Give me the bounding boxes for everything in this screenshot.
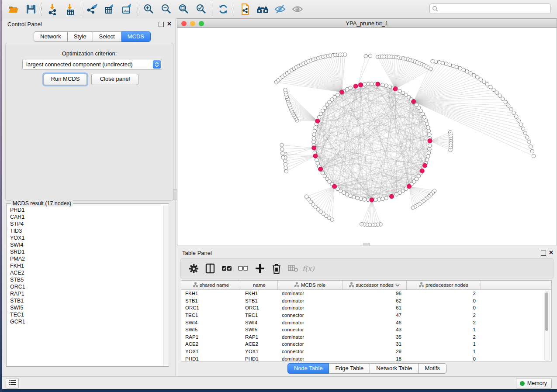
mcds-result-item[interactable]: STP4 xyxy=(7,220,163,227)
table-row[interactable]: RAP1RAP1dominator352 xyxy=(181,334,551,341)
column-header-MCDS-role[interactable]: MCDS role xyxy=(278,281,343,289)
cell-name[interactable]: FKH1 xyxy=(241,291,278,296)
column-header-shared-name[interactable]: shared name xyxy=(181,281,241,289)
close-panel-button[interactable]: Close panel xyxy=(91,74,138,85)
table-tab-network-table[interactable]: Network Table xyxy=(370,363,419,374)
cell-mcds_role[interactable]: connector xyxy=(278,313,343,318)
mcds-result-item[interactable]: SWI5 xyxy=(7,304,163,311)
settings-gear-icon[interactable] xyxy=(185,261,202,276)
cell-successor_nodes[interactable]: 31 xyxy=(343,341,407,347)
mcds-result-item[interactable]: PMA2 xyxy=(7,255,163,262)
export-table-icon[interactable] xyxy=(101,2,118,16)
cell-successor_nodes[interactable]: 29 xyxy=(343,349,407,354)
table-row[interactable]: YOX1YOX1connector291 xyxy=(181,348,551,355)
mcds-result-item[interactable]: ACE2 xyxy=(7,269,163,276)
table-tab-node-table[interactable]: Node Table xyxy=(287,363,329,374)
mcds-result-item[interactable]: STB1 xyxy=(7,297,163,304)
mcds-result-item[interactable]: TID3 xyxy=(7,227,163,234)
save-session-icon[interactable] xyxy=(22,2,40,16)
cell-successor_nodes[interactable]: 96 xyxy=(343,291,407,296)
binoculars-icon[interactable] xyxy=(254,2,271,16)
cell-predecessor_nodes[interactable]: 2 xyxy=(407,313,481,318)
task-history-button[interactable] xyxy=(6,378,19,389)
mcds-result-item[interactable]: STB5 xyxy=(7,276,163,283)
zoom-selected-icon[interactable] xyxy=(193,2,210,16)
mcds-result-item[interactable]: YOX1 xyxy=(7,234,163,241)
table-row[interactable]: FKH1FKH1dominator962 xyxy=(181,290,551,297)
cell-shared_name[interactable]: SWI4 xyxy=(181,320,241,325)
column-header-predecessor-nodes[interactable]: predecessor nodes xyxy=(407,281,481,289)
mcds-list-scrollbar[interactable] xyxy=(163,205,168,365)
cell-predecessor_nodes[interactable]: 0 xyxy=(407,298,481,303)
cell-name[interactable]: YOX1 xyxy=(241,349,278,354)
hide-graphics-icon[interactable] xyxy=(271,2,289,16)
cell-name[interactable]: PHD1 xyxy=(241,356,278,361)
cell-mcds_role[interactable]: connector xyxy=(278,341,343,347)
mcds-result-item[interactable]: ORC1 xyxy=(7,283,163,290)
cell-shared_name[interactable]: ORC1 xyxy=(181,305,241,310)
table-row[interactable]: PHD1PHD1dominator180 xyxy=(181,355,551,362)
cell-successor_nodes[interactable]: 35 xyxy=(343,334,407,340)
cell-shared_name[interactable]: TEC1 xyxy=(181,313,241,318)
cell-mcds_role[interactable]: dominator xyxy=(278,320,343,325)
close-table-panel-icon[interactable]: ✕ xyxy=(549,249,554,256)
cell-name[interactable]: SWI5 xyxy=(241,327,278,332)
add-column-icon[interactable] xyxy=(252,261,268,276)
zoom-fit-icon[interactable] xyxy=(175,2,193,16)
cell-name[interactable]: TEC1 xyxy=(241,313,278,318)
cell-mcds_role[interactable]: dominator xyxy=(278,291,343,296)
close-panel-icon[interactable]: ✕ xyxy=(167,21,172,27)
table-scrollbar-thumb[interactable] xyxy=(545,292,548,331)
cell-predecessor_nodes[interactable]: 1 xyxy=(407,341,481,347)
column-header-successor-nodes[interactable]: successor nodes xyxy=(343,281,407,289)
cell-mcds_role[interactable]: dominator xyxy=(278,298,343,303)
float-panel-icon[interactable] xyxy=(159,22,164,27)
import-table-icon[interactable] xyxy=(62,2,79,16)
mcds-result-item[interactable]: SWI4 xyxy=(7,241,163,248)
cell-predecessor_nodes[interactable]: 2 xyxy=(407,334,481,340)
table-tab-edge-table[interactable]: Edge Table xyxy=(329,363,370,374)
cell-predecessor_nodes[interactable]: 1 xyxy=(407,327,481,332)
file-network-icon[interactable] xyxy=(236,2,254,16)
cell-mcds_role[interactable]: connector xyxy=(278,349,343,354)
cell-mcds_role[interactable]: connector xyxy=(278,327,343,332)
column-pane-icon[interactable] xyxy=(202,261,218,276)
deselect-all-icon[interactable] xyxy=(235,261,252,276)
horizontal-splitter-handle[interactable] xyxy=(363,243,370,246)
run-mcds-button[interactable]: Run MCDS xyxy=(44,74,87,85)
cell-shared_name[interactable]: RAP1 xyxy=(181,334,241,340)
cell-shared_name[interactable]: SWI5 xyxy=(181,327,241,332)
mcds-result-item[interactable]: GCR1 xyxy=(7,318,163,325)
memory-button[interactable]: Memory xyxy=(516,378,552,389)
tab-mcds[interactable]: MCDS xyxy=(121,31,151,42)
network-window-titlebar[interactable]: YPA_prune.txt_1 xyxy=(177,18,557,28)
cell-successor_nodes[interactable]: 61 xyxy=(343,305,407,310)
delete-column-icon[interactable] xyxy=(268,261,285,276)
cell-successor_nodes[interactable]: 43 xyxy=(343,327,407,332)
select-all-icon[interactable] xyxy=(218,261,235,276)
table-row[interactable]: ACE2ACE2connector311 xyxy=(181,340,551,348)
tab-select[interactable]: Select xyxy=(93,31,121,42)
table-row[interactable]: TEC1TEC1connector472 xyxy=(181,312,551,319)
mcds-result-item[interactable]: TEC1 xyxy=(7,311,163,318)
float-table-panel-icon[interactable] xyxy=(541,251,546,256)
table-row[interactable]: ORC1ORC1dominator610 xyxy=(181,304,551,312)
cell-shared_name[interactable]: ACE2 xyxy=(181,341,241,347)
table-row[interactable]: SWI4SWI4dominator462 xyxy=(181,319,551,326)
mcds-result-item[interactable]: PHD1 xyxy=(7,206,163,213)
tab-style[interactable]: Style xyxy=(68,31,93,42)
cell-shared_name[interactable]: PHD1 xyxy=(181,356,241,361)
search-input[interactable] xyxy=(429,3,551,14)
cell-shared_name[interactable]: STB1 xyxy=(181,298,241,303)
mcds-result-item[interactable]: CAR1 xyxy=(7,213,163,220)
refresh-layout-icon[interactable] xyxy=(214,2,232,16)
table-row[interactable]: STB1STB1dominator620 xyxy=(181,297,551,305)
cell-predecessor_nodes[interactable]: 0 xyxy=(407,356,481,361)
cell-name[interactable]: ORC1 xyxy=(241,305,278,310)
cell-successor_nodes[interactable]: 18 xyxy=(343,356,407,361)
cell-name[interactable]: RAP1 xyxy=(241,334,278,340)
node-table[interactable]: shared namenameMCDS rolesuccessor nodesp… xyxy=(181,280,552,361)
cell-name[interactable]: ACE2 xyxy=(241,341,278,347)
zoom-out-icon[interactable] xyxy=(158,2,175,16)
column-header-name[interactable]: name xyxy=(241,281,278,289)
